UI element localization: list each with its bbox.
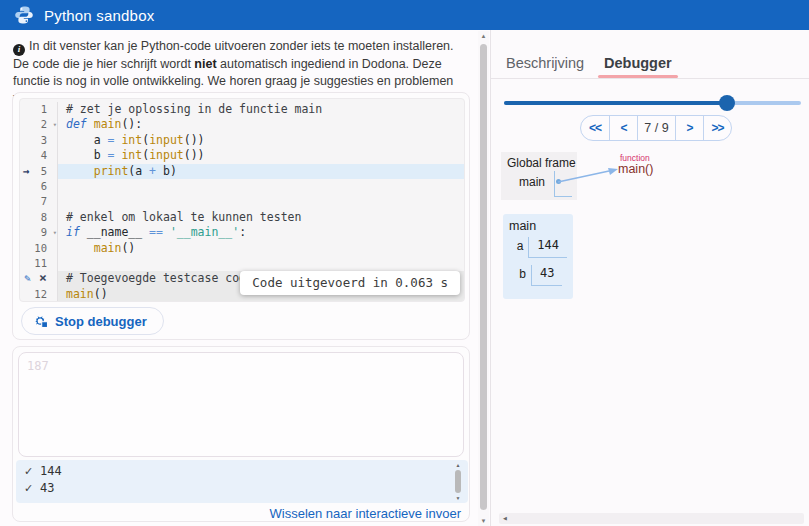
editor-line[interactable]: 2▾def main(): bbox=[20, 117, 464, 132]
editor-gutter: 9▾ bbox=[20, 225, 58, 240]
line-number: 10 bbox=[34, 241, 47, 256]
app-header: Python sandbox bbox=[0, 0, 809, 30]
editor-gutter: 10 bbox=[20, 241, 58, 256]
line-number: 1 bbox=[41, 102, 47, 117]
check-icon: ✓ bbox=[24, 480, 40, 497]
batch-input-row: ✓144 bbox=[24, 463, 468, 480]
batch-input-textarea[interactable] bbox=[18, 352, 464, 457]
page-title: Python sandbox bbox=[44, 7, 154, 24]
line-number: 6 bbox=[41, 179, 47, 194]
left-panel: iIn dit venster kan je Python-code uitvo… bbox=[0, 30, 478, 526]
slider-thumb[interactable] bbox=[719, 95, 735, 111]
function-name-label: main() bbox=[618, 162, 653, 176]
tab-debugger[interactable]: Debugger bbox=[604, 55, 672, 71]
batch-value: 144 bbox=[40, 463, 62, 480]
global-frame-box: Global frame main bbox=[501, 152, 577, 200]
editor-line[interactable]: 9▾if __name__ == '__main__': bbox=[20, 225, 464, 240]
editor-gutter: 2▾ bbox=[20, 117, 58, 132]
stop-debugger-label: Stop debugger bbox=[55, 314, 147, 329]
editor-gutter: 8 bbox=[20, 210, 58, 225]
scrollbar-thumb[interactable] bbox=[455, 470, 461, 493]
global-frame-title: Global frame bbox=[507, 156, 576, 170]
fold-icon[interactable]: ▾ bbox=[53, 226, 57, 241]
editor-gutter: →5 bbox=[20, 164, 58, 179]
editor-card: 1# zet je oplossing in de functie main2▾… bbox=[12, 92, 470, 340]
stop-debugger-button[interactable]: Stop debugger bbox=[21, 307, 164, 335]
last-step-button[interactable]: >> bbox=[703, 116, 731, 140]
variable-name: b bbox=[509, 265, 531, 286]
first-step-button[interactable]: << bbox=[581, 116, 609, 140]
editor-line[interactable]: 1# zet je oplossing in de functie main bbox=[20, 102, 464, 117]
left-panel-scrollbar[interactable]: ▲ ▼ bbox=[478, 31, 489, 526]
line-number: 2 bbox=[41, 117, 47, 132]
scroll-up-icon[interactable]: ▲ bbox=[453, 462, 463, 468]
execution-arrow-icon: → bbox=[23, 164, 30, 179]
line-number: 11 bbox=[34, 256, 47, 271]
line-number: 9 bbox=[41, 225, 47, 240]
line-number: 8 bbox=[41, 210, 47, 225]
code-text: # enkel om lokaal te kunnen testen bbox=[58, 210, 464, 225]
code-editor[interactable]: 1# zet je oplossing in de functie main2▾… bbox=[19, 98, 465, 302]
frame-variable: b43 bbox=[509, 265, 567, 286]
editor-line[interactable]: 4 b = int(input()) bbox=[20, 148, 464, 163]
step-slider[interactable] bbox=[504, 101, 801, 105]
editor-line[interactable]: 7 bbox=[20, 194, 464, 209]
value-cell-border bbox=[554, 171, 555, 196]
code-text: def main(): bbox=[58, 117, 464, 132]
fold-icon[interactable]: ▾ bbox=[53, 118, 57, 133]
scrollbar-thumb[interactable] bbox=[480, 44, 487, 510]
remove-testcase-icon[interactable]: × bbox=[39, 270, 47, 285]
tab-divider bbox=[491, 78, 809, 79]
line-number: 3 bbox=[41, 133, 47, 148]
check-icon: ✓ bbox=[24, 463, 40, 480]
batch-list: ✓144✓43 bbox=[16, 460, 468, 503]
execution-time-tooltip: Code uitgevoerd in 0.063 s bbox=[240, 271, 460, 295]
main-frame-box: main a144b43 bbox=[503, 214, 573, 299]
code-text: # zet je oplossing in de functie main bbox=[58, 102, 464, 117]
batch-scrollbar[interactable]: ▲ ▼ bbox=[453, 462, 463, 501]
scroll-down-icon[interactable]: ▼ bbox=[453, 495, 463, 501]
line-number: 4 bbox=[41, 148, 47, 163]
info-text-bold: niet bbox=[194, 57, 216, 71]
variable-value: 144 bbox=[528, 237, 567, 258]
editor-gutter: ✎× bbox=[20, 271, 58, 286]
scroll-up-icon[interactable]: ▲ bbox=[478, 33, 489, 39]
pointer-dot-icon bbox=[556, 179, 561, 184]
editor-line[interactable]: →5 print(a + b) bbox=[20, 164, 464, 179]
frame-vars: a144b43 bbox=[509, 237, 567, 286]
editor-line[interactable]: 11 bbox=[20, 256, 464, 271]
info-icon: i bbox=[13, 44, 25, 56]
code-text: b = int(input()) bbox=[58, 148, 464, 163]
editor-gutter: 4 bbox=[20, 148, 58, 163]
code-text: if __name__ == '__main__': bbox=[58, 225, 464, 240]
editor-line[interactable]: 6 bbox=[20, 179, 464, 194]
editor-gutter: 7 bbox=[20, 194, 58, 209]
editor-gutter: 6 bbox=[20, 179, 58, 194]
batch-input-row: ✓43 bbox=[24, 480, 468, 497]
line-number: 5 bbox=[41, 164, 47, 179]
code-text: main() bbox=[58, 241, 464, 256]
editor-gutter: 11 bbox=[20, 256, 58, 271]
value-cell-border bbox=[554, 196, 572, 197]
edit-testcase-icon[interactable]: ✎ bbox=[24, 271, 31, 286]
editor-line[interactable]: 3 a = int(input()) bbox=[20, 133, 464, 148]
code-text: a = int(input()) bbox=[58, 133, 464, 148]
switch-input-mode-link[interactable]: Wisselen naar interactieve invoer bbox=[270, 506, 461, 521]
next-step-button[interactable]: > bbox=[675, 116, 703, 140]
debugger-horizontal-scrollbar[interactable]: ◀ bbox=[499, 513, 804, 524]
code-text bbox=[58, 194, 464, 209]
code-text: print(a + b) bbox=[58, 164, 464, 179]
variable-name: a bbox=[509, 237, 528, 258]
scroll-left-icon[interactable]: ◀ bbox=[503, 515, 507, 521]
tab-beschrijving[interactable]: Beschrijving bbox=[506, 55, 584, 71]
editor-line[interactable]: 10 main() bbox=[20, 241, 464, 256]
scroll-down-icon[interactable]: ▼ bbox=[478, 518, 489, 524]
frame-variable: a144 bbox=[509, 237, 567, 258]
step-navigation: << < 7 / 9 > >> bbox=[580, 115, 732, 141]
python-logo-icon bbox=[14, 5, 34, 25]
editor-line[interactable]: 8# enkel om lokaal te kunnen testen bbox=[20, 210, 464, 225]
previous-step-button[interactable]: < bbox=[609, 116, 637, 140]
step-counter: 7 / 9 bbox=[637, 116, 675, 140]
editor-gutter: 12 bbox=[20, 287, 58, 302]
editor-gutter: 1 bbox=[20, 102, 58, 117]
